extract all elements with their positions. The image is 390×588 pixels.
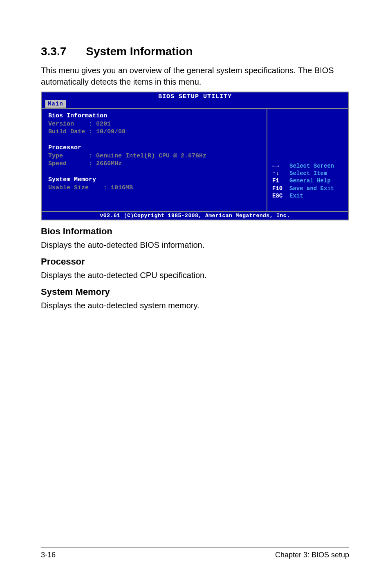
bios-builddate-value: : 10/09/08 — [89, 128, 126, 135]
sub-memory-heading: System Memory — [41, 287, 349, 297]
hint-esc: ESC Exit — [272, 192, 343, 200]
section-title: System Information — [86, 45, 193, 58]
bios-footer: v02.61 (C)Copyright 1985-2008, American … — [42, 211, 348, 220]
page-number: 3-16 — [41, 551, 56, 559]
hint-f10: F10 Save and Exit — [272, 185, 343, 192]
sub-bios-text: Displays the auto-detected BIOS informat… — [41, 239, 349, 251]
hint-f1: F1 General Help — [272, 177, 343, 184]
bios-version-label: Version — [48, 121, 89, 128]
bios-tab-main[interactable]: Main — [45, 100, 66, 108]
chapter-label: Chapter 3: BIOS setup — [275, 551, 349, 559]
bios-left-panel: Bios Information Version : 0201 Build Da… — [42, 109, 267, 211]
bios-builddate-label: Build Date — [48, 128, 89, 135]
bios-builddate-row: Build Date : 10/09/08 — [48, 128, 262, 136]
hint-f10-text: Save and Exit — [289, 185, 334, 192]
bios-right-panel: ←→ Select Screen ↑↓ Select Item F1 Gener… — [267, 109, 348, 211]
bios-tab-row: Main — [45, 100, 66, 108]
hint-f10-key: F10 — [272, 185, 289, 192]
memory-usable-row: Usable Size : 1016MB — [48, 184, 262, 192]
hint-select-screen-text: Select Screen — [289, 162, 334, 170]
hint-select-screen: ←→ Select Screen — [272, 162, 343, 170]
hint-f1-text: General Help — [289, 177, 331, 184]
processor-speed-value: : 2666MHz — [89, 160, 122, 167]
memory-heading: System Memory — [48, 176, 262, 184]
bios-info-heading: Bios Information — [48, 112, 262, 120]
section-number: 3.3.7 — [41, 45, 66, 58]
arrow-lr-icon: ←→ — [272, 162, 289, 170]
processor-type-label: Type — [48, 153, 89, 159]
page-footer: 3-16 Chapter 3: BIOS setup — [41, 547, 349, 559]
processor-heading: Processor — [48, 144, 262, 152]
bios-version-value: : 0201 — [89, 121, 111, 128]
processor-speed-row: Speed : 2666MHz — [48, 160, 262, 168]
sub-processor-text: Displays the auto-detected CPU specifica… — [41, 269, 349, 281]
hint-select-item: ↑↓ Select Item — [272, 170, 343, 177]
sub-memory-text: Displays the auto-detected system memory… — [41, 300, 349, 311]
hint-esc-key: ESC — [272, 192, 289, 200]
hint-esc-text: Exit — [289, 192, 303, 200]
arrow-ud-icon: ↑↓ — [272, 170, 289, 177]
hint-f1-key: F1 — [272, 177, 289, 184]
bios-window: BIOS SETUP UTILITY Main Bios Information… — [41, 92, 349, 220]
bios-body: Bios Information Version : 0201 Build Da… — [42, 108, 348, 211]
bios-version-row: Version : 0201 — [48, 120, 262, 128]
sub-processor-heading: Processor — [41, 256, 349, 267]
sub-bios-heading: Bios Information — [41, 226, 349, 237]
section-heading: 3.3.7System Information — [41, 45, 349, 58]
hint-select-item-text: Select Item — [289, 170, 327, 177]
memory-usable-value: : 1016MB — [103, 184, 133, 191]
processor-speed-label: Speed — [48, 160, 89, 167]
bios-title: BIOS SETUP UTILITY — [158, 93, 232, 100]
processor-type-value: : Genuine Intel(R) CPU @ 2.67GHz — [89, 153, 206, 159]
intro-text: This menu gives you an overview of the g… — [41, 65, 349, 88]
memory-usable-label: Usable Size — [48, 184, 103, 191]
bios-titlebar: BIOS SETUP UTILITY Main — [42, 92, 348, 108]
bios-hints: ←→ Select Screen ↑↓ Select Item F1 Gener… — [272, 162, 343, 200]
processor-type-row: Type : Genuine Intel(R) CPU @ 2.67GHz — [48, 152, 262, 160]
